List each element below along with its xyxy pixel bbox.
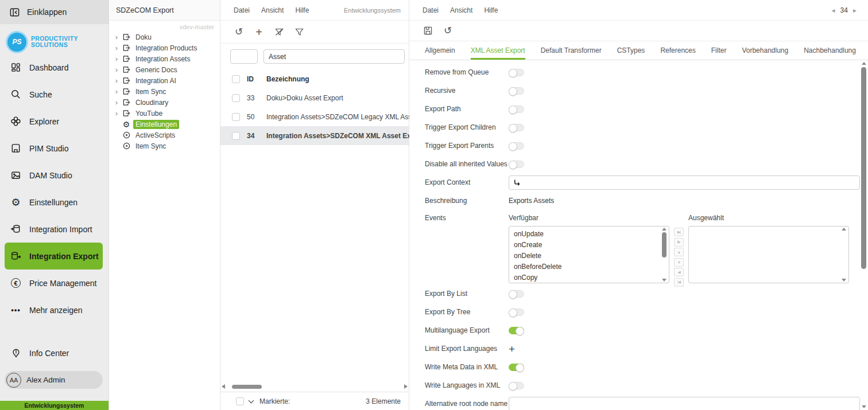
filter-button[interactable]	[294, 27, 304, 37]
pager-prev-icon[interactable]: ◂	[832, 6, 835, 14]
scroll-down-icon[interactable]	[662, 279, 666, 282]
list-item[interactable]: onDelete	[509, 250, 658, 261]
trigger-export-children-toggle[interactable]	[509, 124, 524, 131]
table-row[interactable]: 33 Doku>Doku Asset Export	[220, 88, 409, 107]
refresh-button[interactable]: ↺	[443, 26, 453, 36]
move-down-button[interactable]: ▼	[674, 258, 684, 267]
id-filter-input[interactable]	[230, 49, 258, 64]
chevron-right-icon[interactable]: ›	[114, 89, 119, 95]
tab-default-transformer[interactable]: Default Transformer	[541, 41, 602, 60]
scroll-right-icon[interactable]	[404, 384, 408, 389]
tree-node-item-sync-script[interactable]: Item Sync	[109, 140, 220, 151]
chevron-right-icon[interactable]: ›	[114, 111, 119, 116]
recursive-toggle[interactable]	[509, 87, 524, 95]
table-row[interactable]: 34 Integration Assets>SDZeCOM XML Asset …	[220, 126, 409, 145]
tree-node-generic-docs[interactable]: › Generic Docs	[109, 64, 220, 75]
select-all-checkbox[interactable]	[232, 75, 240, 83]
chevron-right-icon[interactable]: ›	[114, 67, 119, 73]
list-scrollbar[interactable]	[660, 228, 668, 282]
menu-hilfe[interactable]: Hilfe	[295, 6, 309, 14]
scroll-left-icon[interactable]	[222, 384, 225, 389]
export-path-toggle[interactable]	[509, 106, 524, 113]
tree-node-einstellungen[interactable]: ⚙ Einstellungen	[109, 119, 220, 130]
chevron-right-icon[interactable]: ›	[114, 45, 119, 51]
tab-filter[interactable]: Filter	[711, 41, 727, 60]
sidebar-item-mehr-anzeigen[interactable]: ••• Mehr anzeigen	[5, 296, 103, 323]
sidebar-item-integration-export[interactable]: Integration Export	[5, 243, 103, 270]
scroll-down-icon[interactable]	[862, 405, 866, 408]
alternative-root-node-input[interactable]	[513, 397, 859, 410]
chevron-down-icon[interactable]	[249, 397, 254, 403]
scrollbar-thumb[interactable]	[232, 385, 262, 389]
tree-node-cloudinary[interactable]: › Cloudinary	[109, 97, 220, 108]
multilanguage-export-toggle[interactable]	[509, 327, 524, 334]
sidebar-item-pim-studio[interactable]: PIM Studio	[5, 135, 103, 162]
list-scrollbar[interactable]	[840, 228, 847, 282]
refresh-button[interactable]: ↺	[234, 27, 244, 37]
tab-vorbehandlung[interactable]: Vorbehandlung	[742, 41, 788, 60]
list-item[interactable]: onUpdate	[509, 228, 658, 239]
list-item[interactable]: onBeforeDelete	[509, 261, 658, 272]
export-by-list-toggle[interactable]	[509, 290, 524, 298]
row-checkbox[interactable]	[232, 94, 240, 102]
tree-node-doku[interactable]: › Doku	[109, 32, 220, 42]
move-up-button[interactable]: ▲	[674, 248, 684, 256]
sidebar-item-einstellungen[interactable]: ⚙ Einstellungen	[5, 189, 103, 216]
tree-node-youtube[interactable]: › YouTube	[109, 108, 220, 119]
user-menu[interactable]: AA Alex Admin	[5, 371, 103, 389]
export-by-tree-toggle[interactable]	[509, 309, 524, 316]
menu-hilfe[interactable]: Hilfe	[484, 6, 498, 14]
menu-datei[interactable]: Datei	[423, 6, 439, 14]
sidebar-item-dashboard[interactable]: Dashboard	[5, 54, 103, 81]
detail-scrollbar[interactable]	[861, 62, 867, 408]
move-all-left-button[interactable]: |◀	[674, 278, 684, 287]
scroll-up-icon[interactable]	[662, 228, 666, 231]
write-meta-data-toggle[interactable]	[509, 364, 524, 371]
sidebar-item-info-center[interactable]: Info Center	[0, 339, 108, 366]
tab-cstypes[interactable]: CSTypes	[617, 41, 645, 60]
scrollbar-thumb[interactable]	[662, 232, 666, 257]
menu-datei[interactable]: Datei	[234, 6, 250, 14]
tree-node-integration-products[interactable]: › Integration Products	[109, 42, 220, 53]
add-language-button[interactable]: +	[509, 343, 515, 354]
save-button[interactable]	[423, 26, 433, 36]
chevron-right-icon[interactable]: ›	[114, 100, 119, 106]
tree-node-integration-ai[interactable]: › Integration AI	[109, 75, 220, 86]
scroll-up-icon[interactable]	[842, 228, 846, 231]
add-button[interactable]: +	[254, 27, 264, 37]
row-checkbox[interactable]	[232, 113, 240, 121]
list-item[interactable]: onCreate	[509, 239, 658, 250]
tab-allgemein[interactable]: Allgemein	[425, 41, 455, 60]
scrollbar-thumb[interactable]	[861, 67, 866, 269]
chevron-right-icon[interactable]: ›	[114, 34, 119, 40]
sidebar-item-dam-studio[interactable]: DAM Studio	[5, 162, 103, 189]
scroll-down-icon[interactable]	[842, 279, 846, 282]
tab-nachbehandlung[interactable]: Nachbehandlung	[804, 41, 856, 60]
selected-list[interactable]	[688, 226, 849, 283]
sidebar-item-price-management[interactable]: € Price Management	[5, 270, 103, 296]
chevron-right-icon[interactable]: ›	[114, 78, 119, 84]
move-all-right-button[interactable]: ▶|	[674, 228, 684, 236]
row-checkbox[interactable]	[232, 132, 240, 140]
horizontal-scrollbar[interactable]	[222, 382, 408, 391]
write-languages-toggle[interactable]	[509, 382, 524, 389]
name-filter-input[interactable]	[264, 49, 405, 64]
sidebar-item-explorer[interactable]: Explorer	[5, 108, 103, 135]
move-left-button[interactable]: ◀	[674, 268, 684, 276]
list-item[interactable]: onCopy	[509, 272, 658, 283]
trigger-export-parents-toggle[interactable]	[509, 142, 524, 150]
disable-inherited-values-toggle[interactable]	[509, 161, 524, 168]
menu-ansicht[interactable]: Ansicht	[261, 6, 284, 14]
clear-filter-button[interactable]	[274, 27, 284, 37]
menu-ansicht[interactable]: Ansicht	[450, 6, 472, 14]
tab-references[interactable]: References	[660, 41, 695, 60]
tree-node-integration-assets[interactable]: › Integration Assets	[109, 53, 220, 64]
remove-from-queue-toggle[interactable]	[509, 69, 524, 76]
collapse-sidebar-button[interactable]: Einklappen	[0, 0, 108, 24]
tree-node-activescripts[interactable]: ActiveScripts	[109, 130, 220, 140]
scroll-up-icon[interactable]	[862, 62, 866, 65]
marked-checkbox[interactable]	[236, 397, 244, 405]
pager-next-icon[interactable]: ▸	[853, 6, 857, 14]
sidebar-item-integration-import[interactable]: Integration Import	[5, 216, 103, 243]
move-right-button[interactable]: ▶	[674, 238, 684, 247]
